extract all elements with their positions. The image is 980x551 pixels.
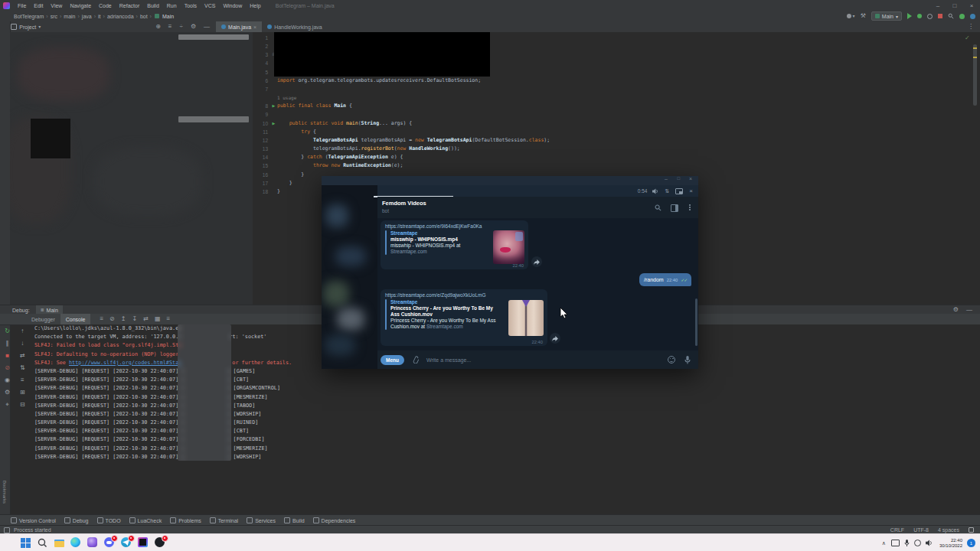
indent-indicator[interactable]: 4 spaces xyxy=(938,527,959,533)
toolwindow-dependencies[interactable]: Dependencies xyxy=(313,517,356,523)
intellij-taskbar-icon[interactable] xyxy=(138,537,149,549)
menu-window[interactable]: Window xyxy=(219,3,246,8)
breadcrumb-item[interactable]: bot xyxy=(139,14,149,19)
breadcrumb-item[interactable]: adriancoda xyxy=(106,14,136,19)
tray-display-icon[interactable] xyxy=(891,540,900,546)
bookmarks-tool-label[interactable]: Bookmarks xyxy=(2,481,7,504)
debug-action-icon[interactable]: ⚙ xyxy=(5,389,10,396)
line-ending-indicator[interactable]: CRLF xyxy=(890,527,904,533)
discord-icon[interactable] xyxy=(104,537,116,549)
voice-message-mic-icon[interactable] xyxy=(684,356,691,364)
tray-network-icon[interactable] xyxy=(914,540,921,546)
search-everywhere-icon[interactable] xyxy=(948,13,954,19)
purple-app-icon[interactable] xyxy=(87,537,99,549)
chat-list-sidebar[interactable] xyxy=(322,185,377,369)
stepper-actions-column[interactable]: ↑↓⇄⇅≡⊞⊟ xyxy=(20,328,25,409)
build-hammer-icon[interactable]: ⚒ xyxy=(861,12,866,20)
preview-description-link[interactable]: Streamtape.com xyxy=(426,324,463,329)
breadcrumb-item[interactable]: BotTelegram xyxy=(12,14,45,19)
chat-scrollbar[interactable] xyxy=(695,298,697,346)
tab-main.java[interactable]: Main.java× xyxy=(216,21,262,32)
toolwindow-luacheck[interactable]: LuaCheck xyxy=(129,517,162,523)
playback-rate-icon[interactable]: ⇅ xyxy=(665,188,669,194)
taskbar-clock-date[interactable]: 30/10/2022 xyxy=(939,543,962,549)
notifications-icon[interactable] xyxy=(970,14,975,19)
console-toolbar-icon[interactable]: ≡ xyxy=(166,315,170,323)
collapse-all-icon[interactable]: ≡ xyxy=(168,23,172,31)
profiler-button[interactable] xyxy=(927,14,933,19)
breadcrumb-item[interactable]: it xyxy=(96,14,103,19)
menu-tools[interactable]: Tools xyxy=(181,3,201,8)
tab-console[interactable]: Console xyxy=(60,314,91,324)
tg-minimize-button[interactable]: – xyxy=(665,176,668,181)
message-link[interactable]: https://streamtape.com/e/9l64xdEjKwFa0Ka xyxy=(385,223,524,229)
project-tree-panel[interactable] xyxy=(10,32,253,305)
step-action-icon[interactable]: ↑ xyxy=(21,328,24,335)
preview-thumbnail[interactable] xyxy=(493,230,524,264)
attach-paperclip-icon[interactable] xyxy=(412,356,419,364)
start-button[interactable] xyxy=(20,537,31,549)
run-button[interactable] xyxy=(907,13,912,19)
step-action-icon[interactable]: ⇅ xyxy=(20,364,25,372)
debug-action-icon[interactable]: ⌖ xyxy=(5,401,9,409)
toolwindow-terminal[interactable]: Terminal xyxy=(210,517,238,523)
pin-player-icon[interactable] xyxy=(675,188,683,194)
preview-footer-link[interactable]: Streamtape.com xyxy=(390,249,476,255)
lock-icon[interactable] xyxy=(969,527,974,533)
menu-navigate[interactable]: Navigate xyxy=(66,3,95,8)
menu-file[interactable]: File xyxy=(14,3,30,8)
tg-close-button[interactable]: × xyxy=(689,176,692,181)
toolwindow-services[interactable]: Services xyxy=(247,517,276,523)
breadcrumb-item[interactable]: main xyxy=(62,14,77,19)
debug-hide-icon[interactable]: — xyxy=(966,306,972,314)
expand-collapse-icon[interactable]: ÷ xyxy=(180,23,183,31)
chat-search-icon[interactable] xyxy=(655,204,662,211)
breadcrumb[interactable]: BotTelegram›src›main›java›it›adriancoda›… xyxy=(12,14,175,19)
message-input-placeholder[interactable]: Write a message... xyxy=(426,357,471,363)
console-toolbar-icon[interactable]: ≡ xyxy=(100,315,103,323)
toolwindow-todo[interactable]: TODO xyxy=(97,517,121,523)
debug-action-icon[interactable]: ■ xyxy=(5,352,9,360)
console-toolbar-icon[interactable]: ⇄ xyxy=(143,315,149,323)
run-gutter-icon[interactable]: ▶ xyxy=(273,121,276,126)
stop-button[interactable] xyxy=(938,14,942,18)
taskbar-search-icon[interactable] xyxy=(37,537,48,549)
window-maximize-button[interactable]: □ xyxy=(946,2,963,9)
toolwindow-problems[interactable]: Problems xyxy=(170,517,201,523)
tab-close-icon[interactable]: × xyxy=(253,24,256,30)
preview-thumbnail[interactable] xyxy=(508,300,544,336)
message-link[interactable]: https://streamtape.com/e/Zqd9ajwoXkUoLmG xyxy=(385,292,543,298)
console-toolbar-icon[interactable]: ↧ xyxy=(132,315,138,323)
debug-button[interactable] xyxy=(917,14,922,18)
usage-inlay-hint[interactable]: 1 usage xyxy=(277,95,296,100)
tab-handleworking.java[interactable]: HandleWorking.java xyxy=(262,21,328,32)
outgoing-message[interactable]: /random 22:40 ✓✓ xyxy=(639,273,691,286)
debug-settings-gear-icon[interactable]: ⚙ xyxy=(953,306,959,314)
menu-refactor[interactable]: Refactor xyxy=(116,3,143,8)
menu-view[interactable]: View xyxy=(47,3,66,8)
preview-site-name[interactable]: Streamtape xyxy=(390,230,476,236)
locate-file-icon[interactable]: ⊕ xyxy=(155,23,161,31)
toolwindow-debug[interactable]: Debug xyxy=(64,517,89,523)
volume-icon[interactable] xyxy=(652,188,658,194)
chat-menu-kebab-icon[interactable] xyxy=(689,204,691,211)
run-gutter-icon[interactable]: ▶ xyxy=(273,103,276,108)
toolwindow-build[interactable]: Build xyxy=(284,517,305,523)
menu-run[interactable]: Run xyxy=(163,3,181,8)
debug-actions-column[interactable]: ↻∥■⊘◉⚙⌖ xyxy=(5,328,10,409)
gradle-sync-icon[interactable] xyxy=(959,14,965,19)
step-action-icon[interactable]: ≡ xyxy=(21,377,24,384)
step-action-icon[interactable]: ↓ xyxy=(21,340,24,347)
chat-message-area[interactable]: https://streamtape.com/e/9l64xdEjKwFa0Ka… xyxy=(377,218,698,350)
menu-code[interactable]: Code xyxy=(95,3,116,8)
incoming-message[interactable]: https://streamtape.com/e/9l64xdEjKwFa0Ka… xyxy=(381,220,528,269)
chat-header[interactable]: Femdom Videos bot xyxy=(377,197,698,218)
console-link[interactable]: http://www.slf4j.org/codes.html#Stat xyxy=(69,360,181,366)
console-toolbar-icon[interactable]: ⊘ xyxy=(109,315,115,323)
step-action-icon[interactable]: ⊞ xyxy=(20,389,25,396)
tg-maximize-button[interactable]: □ xyxy=(677,176,680,181)
player-close-icon[interactable]: × xyxy=(689,187,693,194)
menu-help[interactable]: Help xyxy=(246,3,264,8)
tray-expand-chevron-icon[interactable]: ∧ xyxy=(882,540,886,546)
tabs-overflow-icon[interactable]: ⋮ xyxy=(968,23,974,31)
